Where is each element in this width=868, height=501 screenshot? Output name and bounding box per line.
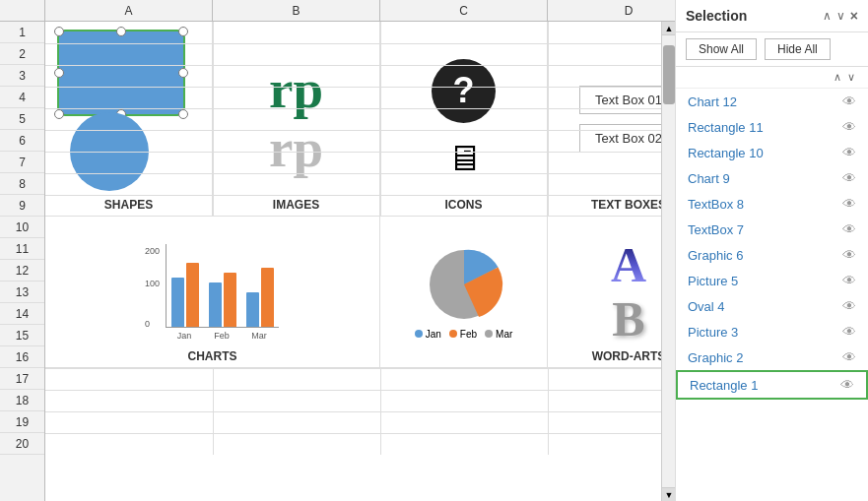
eye-icon-p3[interactable]: 👁 [842, 324, 856, 340]
handle-ml [54, 68, 64, 78]
hide-all-button[interactable]: Hide All [765, 38, 831, 60]
panel-title: Selection [686, 8, 818, 24]
sort-up-button[interactable]: ∧ [831, 71, 844, 84]
pie-legend: Jan Feb Mar [415, 329, 513, 340]
pie-legend-mar: Mar [485, 329, 512, 340]
bar-mar-2 [261, 268, 274, 327]
show-hide-row: Show All Hide All [676, 32, 868, 67]
wordarts-label: WORD-ARTS [548, 349, 661, 363]
col-header-b: B [213, 0, 380, 21]
panel-item-chart9[interactable]: Chart 9 👁 [676, 165, 868, 191]
textbox-02: Text Box 02 [579, 124, 661, 153]
y-label-200: 200 [145, 246, 160, 256]
item-label-p5: Picture 5 [688, 274, 738, 288]
panel-item-chart12[interactable]: Chart 12 👁 [676, 89, 868, 114]
panel-item-p3[interactable]: Picture 3 👁 [676, 319, 868, 344]
row-15: 15 [0, 325, 44, 346]
xlabel-mar: Mar [245, 331, 273, 341]
icons-label: ICONS [380, 198, 547, 212]
spreadsheet: A B C D 1 2 3 4 5 6 7 8 9 10 11 12 13 14… [0, 0, 675, 501]
legend-dot-feb [449, 330, 457, 338]
col-header-a: A [45, 0, 213, 21]
textboxes-label: TEXT BOXES [548, 198, 661, 212]
item-label-oval4: Oval 4 [688, 299, 725, 314]
image-rp2: rp [269, 121, 323, 175]
eye-icon-tb7[interactable]: 👁 [842, 221, 856, 237]
panel-item-tb7[interactable]: TextBox 7 👁 [676, 217, 868, 242]
eye-icon-p5[interactable]: 👁 [842, 273, 856, 288]
handle-bl [54, 109, 64, 119]
scroll-down-btn[interactable]: ▼ [662, 487, 675, 501]
item-label-tb8: TextBox 8 [688, 197, 744, 212]
images-section: rp rp IMAGES [213, 22, 380, 217]
eye-icon-g2[interactable]: 👁 [842, 349, 856, 365]
charts-label: CHARTS [45, 349, 379, 363]
shape-circle[interactable] [70, 112, 149, 191]
bar-feb-2 [224, 273, 236, 327]
panel-item-rect10[interactable]: Rectangle 10 👁 [676, 140, 868, 165]
row-6: 6 [0, 130, 44, 152]
wordart-a: A [611, 240, 646, 289]
selected-shape-rect[interactable] [57, 30, 185, 116]
panel-item-oval4[interactable]: Oval 4 👁 [676, 293, 868, 319]
handle-tm [116, 27, 126, 36]
bar-jan-2 [186, 263, 199, 327]
bar-jan [171, 263, 199, 327]
scroll-up-btn[interactable]: ▲ [662, 22, 675, 35]
row-11: 11 [0, 238, 44, 260]
icons-section: ? 🖥 ICONS [380, 22, 548, 217]
item-label-chart9: Chart 9 [688, 171, 730, 186]
row-1: 1 [0, 22, 44, 43]
row-17: 17 [0, 368, 44, 390]
row-13: 13 [0, 282, 44, 303]
item-label-chart12: Chart 12 [688, 94, 737, 109]
pie-chart [425, 245, 503, 324]
eye-icon-rect1[interactable]: 👁 [840, 377, 854, 393]
row-19: 19 [0, 411, 44, 433]
shapes-section: SHAPES [45, 22, 213, 217]
textboxes-section: Text Box 01 Text Box 02 TEXT BOXES [548, 22, 661, 217]
panel-item-tb8[interactable]: TextBox 8 👁 [676, 191, 868, 217]
item-label-g6: Graphic 6 [688, 248, 743, 263]
panel-item-rect1[interactable]: Rectangle 1 👁 [676, 370, 868, 400]
y-label-0: 0 [145, 319, 150, 329]
sort-desc-icon[interactable]: ∨ [836, 9, 845, 23]
scroll-track [662, 35, 675, 487]
eye-icon-rect11[interactable]: 👁 [842, 119, 856, 135]
eye-icon-rect10[interactable]: 👁 [842, 145, 856, 160]
eye-icon-chart9[interactable]: 👁 [842, 170, 856, 186]
bar-feb-1 [209, 282, 222, 327]
close-panel-button[interactable]: × [850, 8, 858, 24]
panel-item-p5[interactable]: Picture 5 👁 [676, 268, 868, 293]
item-label-g2: Graphic 2 [688, 350, 743, 365]
item-label-tb7: TextBox 7 [688, 222, 744, 237]
eye-icon-oval4[interactable]: 👁 [842, 298, 856, 314]
pie-chart-section: Jan Feb Mar [380, 217, 548, 368]
wordart-b: B [612, 294, 644, 344]
eye-icon-chart12[interactable]: 👁 [842, 94, 856, 109]
sort-arrows-row: ∧ ∨ [676, 67, 868, 89]
bar-feb [209, 273, 236, 327]
legend-dot-mar [485, 330, 493, 338]
panel-item-g2[interactable]: Graphic 2 👁 [676, 344, 868, 370]
charts-section: 200 100 0 [45, 217, 380, 368]
handle-mr [178, 68, 188, 78]
row-7: 7 [0, 152, 44, 173]
panel-item-g6[interactable]: Graphic 6 👁 [676, 242, 868, 268]
handle-br [178, 109, 188, 119]
panel-item-rect11[interactable]: Rectangle 11 👁 [676, 114, 868, 140]
row-numbers: 1 2 3 4 5 6 7 8 9 10 11 12 13 14 15 16 1… [0, 22, 45, 501]
scroll-thumb[interactable] [663, 45, 675, 104]
legend-label-feb: Feb [460, 329, 477, 340]
item-label-rect10: Rectangle 10 [688, 146, 764, 160]
bar-jan-1 [171, 278, 184, 327]
row-3: 3 [0, 65, 44, 87]
handle-tl [54, 27, 64, 36]
sort-asc-icon[interactable]: ∧ [823, 9, 832, 23]
eye-icon-tb8[interactable]: 👁 [842, 196, 856, 212]
show-all-button[interactable]: Show All [686, 38, 757, 60]
eye-icon-g6[interactable]: 👁 [842, 247, 856, 263]
shapes-label: SHAPES [45, 198, 212, 212]
sort-down-button[interactable]: ∨ [844, 71, 858, 84]
monitor-icon: 🖥 [446, 138, 482, 179]
